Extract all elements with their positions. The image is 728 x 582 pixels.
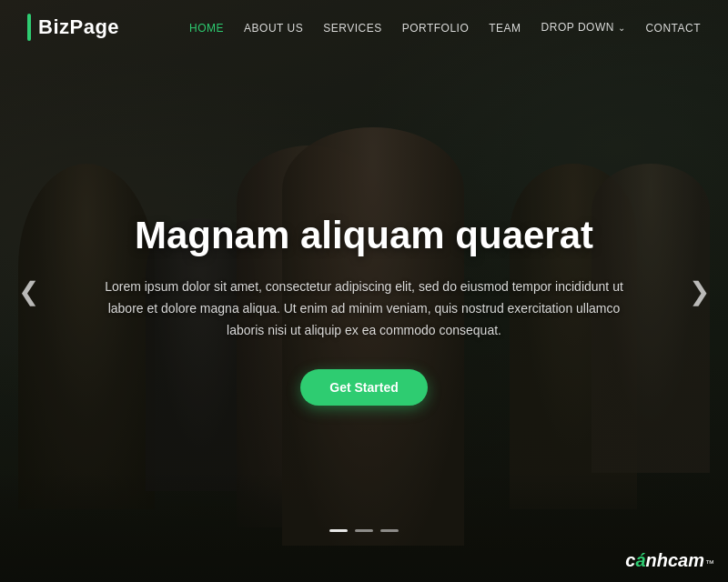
- hero-content: Magnam aliquam quaerat Lorem ipsum dolor…: [91, 213, 637, 406]
- nav-link-contact[interactable]: CONTACT: [645, 22, 701, 35]
- nav-item-about[interactable]: ABOUT US: [244, 19, 303, 35]
- carousel-dots: [329, 529, 399, 532]
- nav-link-home[interactable]: HOME: [189, 22, 224, 35]
- watermark-tm: ™: [705, 558, 714, 568]
- carousel-dot-3[interactable]: [380, 529, 399, 532]
- navbar: BizPage HOME ABOUT US SERVICES PORTFOLIO…: [0, 0, 728, 55]
- get-started-button[interactable]: Get Started: [300, 369, 427, 406]
- nav-link-portfolio[interactable]: PORTFOLIO: [402, 22, 470, 35]
- carousel-next-button[interactable]: ❯: [680, 267, 719, 316]
- hero-section: BizPage HOME ABOUT US SERVICES PORTFOLIO…: [0, 0, 728, 582]
- watermark-text: cánhcam: [625, 550, 704, 571]
- nav-item-home[interactable]: HOME: [189, 19, 224, 35]
- hero-title: Magnam aliquam quaerat: [91, 213, 637, 258]
- nav-item-services[interactable]: SERVICES: [323, 19, 381, 35]
- nav-links: HOME ABOUT US SERVICES PORTFOLIO TEAM DR…: [189, 19, 701, 35]
- carousel-dot-1[interactable]: [329, 529, 348, 532]
- logo-text: BizPage: [38, 15, 119, 39]
- nav-link-dropdown[interactable]: DROP DOWN ⌄: [541, 21, 626, 34]
- carousel-prev-button[interactable]: ❮: [9, 267, 48, 316]
- nav-item-contact[interactable]: CONTACT: [645, 19, 701, 35]
- carousel-dot-2[interactable]: [355, 529, 373, 532]
- nav-item-dropdown[interactable]: DROP DOWN ⌄: [541, 21, 626, 34]
- nav-link-about[interactable]: ABOUT US: [244, 22, 303, 35]
- nav-link-team[interactable]: TEAM: [489, 22, 521, 35]
- hero-description: Lorem ipsum dolor sit amet, consectetur …: [91, 277, 637, 342]
- watermark-accent: á: [635, 550, 645, 570]
- nav-item-team[interactable]: TEAM: [489, 19, 521, 35]
- logo[interactable]: BizPage: [27, 14, 119, 41]
- watermark: cánhcam ™: [625, 550, 714, 571]
- logo-bar: [27, 14, 31, 41]
- nav-item-portfolio[interactable]: PORTFOLIO: [402, 19, 470, 35]
- nav-link-services[interactable]: SERVICES: [323, 22, 381, 35]
- dropdown-arrow-icon: ⌄: [618, 23, 626, 33]
